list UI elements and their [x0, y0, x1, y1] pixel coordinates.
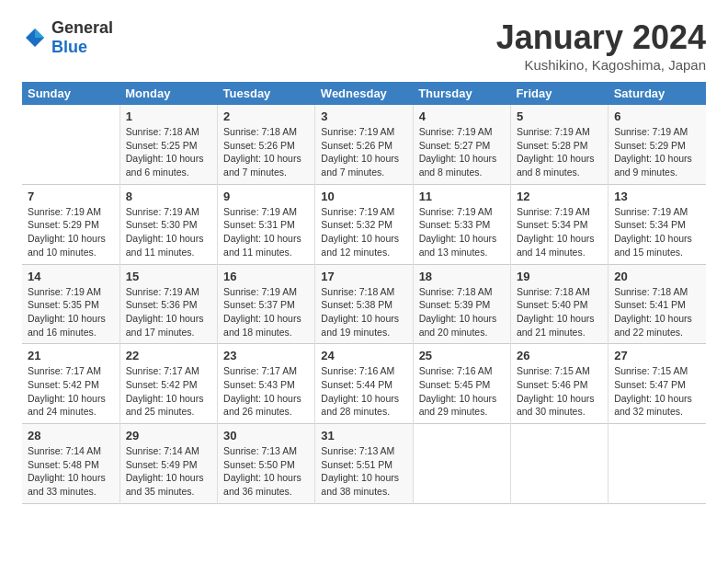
day-info: Sunrise: 7:19 AMSunset: 5:26 PMDaylight:… — [321, 125, 406, 179]
calendar-cell: 17Sunrise: 7:18 AMSunset: 5:38 PMDayligh… — [315, 264, 413, 344]
day-info: Sunrise: 7:19 AMSunset: 5:29 PMDaylight:… — [614, 125, 700, 179]
day-info: Sunrise: 7:18 AMSunset: 5:41 PMDaylight:… — [614, 285, 700, 339]
day-info: Sunrise: 7:15 AMSunset: 5:46 PMDaylight:… — [517, 364, 602, 419]
day-number: 27 — [614, 349, 700, 362]
day-of-week-header: Wednesday — [315, 82, 413, 105]
day-number: 3 — [321, 109, 406, 123]
day-number: 26 — [517, 349, 602, 362]
day-of-week-header: Sunday — [22, 82, 119, 105]
calendar-cell: 29Sunrise: 7:14 AMSunset: 5:49 PMDayligh… — [119, 424, 217, 504]
calendar-week-row: 14Sunrise: 7:19 AMSunset: 5:35 PMDayligh… — [22, 264, 706, 344]
calendar-cell: 4Sunrise: 7:19 AMSunset: 5:27 PMDaylight… — [413, 105, 510, 184]
calendar-cell — [22, 105, 119, 184]
day-info: Sunrise: 7:19 AMSunset: 5:35 PMDaylight:… — [28, 285, 114, 339]
day-number: 4 — [419, 109, 505, 123]
logo-text-blue: Blue — [51, 38, 87, 56]
day-info: Sunrise: 7:17 AMSunset: 5:42 PMDaylight:… — [28, 364, 114, 419]
calendar-header: SundayMondayTuesdayWednesdayThursdayFrid… — [22, 82, 706, 105]
calendar-week-row: 7Sunrise: 7:19 AMSunset: 5:29 PMDaylight… — [22, 184, 706, 264]
calendar-table: SundayMondayTuesdayWednesdayThursdayFrid… — [22, 82, 706, 504]
calendar-cell — [609, 424, 706, 504]
calendar-week-row: 1Sunrise: 7:18 AMSunset: 5:25 PMDaylight… — [22, 105, 706, 184]
day-number: 6 — [614, 109, 700, 123]
day-number: 1 — [126, 109, 211, 123]
calendar-cell: 12Sunrise: 7:19 AMSunset: 5:34 PMDayligh… — [510, 184, 608, 264]
calendar-cell: 9Sunrise: 7:19 AMSunset: 5:31 PMDaylight… — [218, 184, 315, 264]
calendar-cell: 21Sunrise: 7:17 AMSunset: 5:42 PMDayligh… — [22, 344, 119, 424]
day-number: 29 — [126, 429, 211, 442]
day-number: 11 — [419, 190, 505, 203]
calendar-cell: 13Sunrise: 7:19 AMSunset: 5:34 PMDayligh… — [609, 184, 706, 264]
calendar-cell: 5Sunrise: 7:19 AMSunset: 5:28 PMDaylight… — [510, 105, 608, 184]
calendar-subtitle: Kushikino, Kagoshima, Japan — [496, 57, 706, 73]
day-info: Sunrise: 7:19 AMSunset: 5:33 PMDaylight:… — [419, 205, 505, 259]
calendar-cell: 2Sunrise: 7:18 AMSunset: 5:26 PMDaylight… — [218, 105, 315, 184]
day-info: Sunrise: 7:17 AMSunset: 5:43 PMDaylight:… — [223, 364, 309, 419]
calendar-cell: 14Sunrise: 7:19 AMSunset: 5:35 PMDayligh… — [22, 264, 119, 344]
logo: General Blue — [22, 18, 113, 57]
day-number: 18 — [419, 270, 505, 283]
day-info: Sunrise: 7:14 AMSunset: 5:48 PMDaylight:… — [28, 444, 114, 499]
day-info: Sunrise: 7:16 AMSunset: 5:45 PMDaylight:… — [419, 364, 505, 419]
calendar-cell: 3Sunrise: 7:19 AMSunset: 5:26 PMDaylight… — [315, 105, 413, 184]
calendar-cell: 10Sunrise: 7:19 AMSunset: 5:32 PMDayligh… — [315, 184, 413, 264]
day-number: 19 — [517, 270, 602, 283]
day-info: Sunrise: 7:19 AMSunset: 5:32 PMDaylight:… — [321, 205, 406, 259]
calendar-cell: 19Sunrise: 7:18 AMSunset: 5:40 PMDayligh… — [510, 264, 608, 344]
day-of-week-header: Monday — [119, 82, 217, 105]
day-info: Sunrise: 7:14 AMSunset: 5:49 PMDaylight:… — [126, 444, 211, 499]
calendar-body: 1Sunrise: 7:18 AMSunset: 5:25 PMDaylight… — [22, 105, 706, 503]
calendar-week-row: 28Sunrise: 7:14 AMSunset: 5:48 PMDayligh… — [22, 424, 706, 504]
header: General Blue January 2024 Kushikino, Kag… — [22, 18, 706, 73]
day-number: 31 — [321, 429, 406, 442]
day-of-week-header: Friday — [510, 82, 608, 105]
logo-icon — [22, 25, 48, 51]
day-info: Sunrise: 7:19 AMSunset: 5:29 PMDaylight:… — [28, 205, 114, 259]
calendar-week-row: 21Sunrise: 7:17 AMSunset: 5:42 PMDayligh… — [22, 344, 706, 424]
day-number: 25 — [419, 349, 505, 362]
day-info: Sunrise: 7:13 AMSunset: 5:50 PMDaylight:… — [223, 444, 309, 499]
day-info: Sunrise: 7:19 AMSunset: 5:37 PMDaylight:… — [223, 285, 309, 339]
day-of-week-header: Saturday — [609, 82, 706, 105]
calendar-cell — [510, 424, 608, 504]
day-number: 28 — [28, 429, 114, 442]
day-number: 2 — [223, 109, 309, 123]
svg-marker-1 — [35, 29, 44, 38]
day-info: Sunrise: 7:19 AMSunset: 5:36 PMDaylight:… — [126, 285, 211, 339]
day-number: 7 — [28, 190, 114, 203]
day-info: Sunrise: 7:13 AMSunset: 5:51 PMDaylight:… — [321, 444, 406, 499]
day-info: Sunrise: 7:19 AMSunset: 5:27 PMDaylight:… — [419, 125, 505, 179]
day-info: Sunrise: 7:18 AMSunset: 5:26 PMDaylight:… — [223, 125, 309, 179]
day-info: Sunrise: 7:15 AMSunset: 5:47 PMDaylight:… — [614, 364, 700, 419]
calendar-cell: 27Sunrise: 7:15 AMSunset: 5:47 PMDayligh… — [609, 344, 706, 424]
day-info: Sunrise: 7:19 AMSunset: 5:31 PMDaylight:… — [223, 205, 309, 259]
day-of-week-header: Tuesday — [218, 82, 315, 105]
calendar-cell: 31Sunrise: 7:13 AMSunset: 5:51 PMDayligh… — [315, 424, 413, 504]
day-info: Sunrise: 7:18 AMSunset: 5:38 PMDaylight:… — [321, 285, 406, 339]
day-number: 24 — [321, 349, 406, 362]
day-info: Sunrise: 7:17 AMSunset: 5:42 PMDaylight:… — [126, 364, 211, 419]
calendar-cell: 11Sunrise: 7:19 AMSunset: 5:33 PMDayligh… — [413, 184, 510, 264]
day-info: Sunrise: 7:19 AMSunset: 5:34 PMDaylight:… — [517, 205, 602, 259]
calendar-cell: 18Sunrise: 7:18 AMSunset: 5:39 PMDayligh… — [413, 264, 510, 344]
calendar-cell: 26Sunrise: 7:15 AMSunset: 5:46 PMDayligh… — [510, 344, 608, 424]
day-number: 16 — [223, 270, 309, 283]
calendar-cell: 20Sunrise: 7:18 AMSunset: 5:41 PMDayligh… — [609, 264, 706, 344]
day-number: 21 — [28, 349, 114, 362]
day-number: 8 — [126, 190, 211, 203]
day-number: 13 — [614, 190, 700, 203]
calendar-cell: 22Sunrise: 7:17 AMSunset: 5:42 PMDayligh… — [119, 344, 217, 424]
day-number: 15 — [126, 270, 211, 283]
day-info: Sunrise: 7:18 AMSunset: 5:25 PMDaylight:… — [126, 125, 211, 179]
day-info: Sunrise: 7:18 AMSunset: 5:40 PMDaylight:… — [517, 285, 602, 339]
calendar-cell: 28Sunrise: 7:14 AMSunset: 5:48 PMDayligh… — [22, 424, 119, 504]
day-number: 10 — [321, 190, 406, 203]
logo-text-general: General — [51, 18, 113, 37]
day-info: Sunrise: 7:16 AMSunset: 5:44 PMDaylight:… — [321, 364, 406, 419]
day-info: Sunrise: 7:18 AMSunset: 5:39 PMDaylight:… — [419, 285, 505, 339]
calendar-cell: 24Sunrise: 7:16 AMSunset: 5:44 PMDayligh… — [315, 344, 413, 424]
day-number: 20 — [614, 270, 700, 283]
day-info: Sunrise: 7:19 AMSunset: 5:30 PMDaylight:… — [126, 205, 211, 259]
day-number: 12 — [517, 190, 602, 203]
calendar-cell: 15Sunrise: 7:19 AMSunset: 5:36 PMDayligh… — [119, 264, 217, 344]
